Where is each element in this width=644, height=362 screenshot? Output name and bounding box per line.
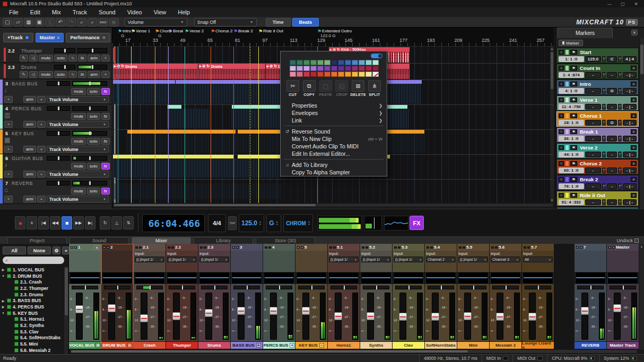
marker-card-ride-it-out[interactable]: ›⚑Ride it Out✕91: 4 :332-▲▼-▲▼- | -	[556, 191, 639, 206]
spinner-icon[interactable]: ▲▼	[602, 120, 606, 126]
mute-button[interactable]: mute	[71, 163, 86, 170]
fx-button[interactable]: fx	[101, 88, 110, 95]
arm-button[interactable]: arm	[23, 96, 36, 103]
channel-strip-lounge-lizard-s-[interactable]: 5.7Input:All▼0 -6 -12 -∞ --9 --18 --27 -…	[522, 244, 554, 349]
marker-color-chip[interactable]	[565, 98, 569, 102]
pan-slider[interactable]	[47, 181, 70, 186]
track-header-guitar-bus[interactable]: 6GUITAR BUS♪mutesolofx+arm•Track Volume▼	[0, 154, 112, 179]
pan-handle[interactable]	[473, 286, 474, 289]
marker-signature[interactable]: - | -	[623, 136, 637, 142]
delete-marker-button[interactable]: ✕	[631, 161, 637, 166]
pan-slider[interactable]	[607, 284, 639, 291]
spinner-icon[interactable]: ▲▼	[618, 56, 622, 62]
tree-scrollbar[interactable]	[64, 267, 68, 354]
solo-button[interactable]: solo	[54, 55, 67, 61]
color-swatch[interactable]	[310, 66, 317, 71]
pan-handle[interactable]	[279, 286, 280, 289]
performance-panel-button[interactable]: Performance	[66, 33, 110, 42]
expand-icon[interactable]: ›	[559, 113, 564, 118]
mute-button[interactable]: mute	[39, 71, 54, 78]
tree-item-3-bass-bus[interactable]: ▶3. BASS BUS	[0, 297, 64, 304]
midi-out-status[interactable]: MIDI Out	[512, 355, 547, 362]
marker-color-chip[interactable]	[565, 161, 569, 166]
copy-button[interactable]: ⧉COPY	[301, 80, 317, 96]
scroll-up-arrow[interactable]: ▲	[550, 47, 554, 51]
input-dropdown[interactable]: (L)Input 1/▼	[135, 257, 164, 262]
fx-button[interactable]: fx	[101, 113, 110, 120]
audio-clip[interactable]	[232, 109, 283, 128]
gear-icon[interactable]: ⚙	[53, 246, 60, 254]
track-check-icon[interactable]	[14, 342, 19, 346]
channel-strip-messiah-2[interactable]: 5.6Input:Channel 3▼0 -6 -12 -∞ --9 --18 …	[490, 244, 521, 349]
fader-handle[interactable]	[108, 304, 116, 312]
marker-position[interactable]: 1: 4 :874	[559, 72, 584, 78]
marker-signature[interactable]: - | -	[623, 104, 637, 110]
fader-handle[interactable]	[613, 304, 621, 312]
strip-name-label[interactable]: SoftHornStabs	[425, 342, 457, 349]
spinner-icon[interactable]: ▲▼	[618, 136, 622, 142]
marker-color-chip[interactable]	[565, 66, 569, 70]
tree-scroll-thumb[interactable]	[65, 268, 68, 315]
pan-handle[interactable]	[150, 286, 151, 289]
audio-clip[interactable]	[113, 80, 175, 84]
tree-item-5-5-mini[interactable]: 5.5. Mini	[0, 341, 64, 347]
solo-button[interactable]: solo	[87, 188, 100, 195]
track-check-icon[interactable]	[14, 323, 19, 328]
add-subtrack-button[interactable]: +	[4, 121, 13, 128]
color-swatch[interactable]	[359, 60, 365, 65]
marker-key[interactable]: G	[607, 120, 617, 126]
tree-item-5-2-synths[interactable]: 5.2. Synths	[0, 322, 64, 329]
marker-signature[interactable]: - | -	[623, 88, 637, 94]
marker-key[interactable]: -	[607, 199, 617, 205]
color-swatch[interactable]	[365, 60, 372, 65]
volume-slider[interactable]	[77, 65, 107, 69]
marker-key[interactable]: C	[607, 56, 617, 62]
marker-card-break-2[interactable]: ›⚑Break 2✕76: 1 :0-▲▼-▲▼- | -	[556, 175, 639, 190]
fader-handle[interactable]	[496, 313, 504, 321]
pan-handle[interactable]	[117, 286, 118, 289]
new-project-icon[interactable]: ▢	[3, 18, 12, 27]
marker-tempo[interactable]: -	[585, 199, 602, 205]
volume-slider[interactable]	[72, 131, 107, 136]
add-subtrack-button[interactable]: +	[4, 96, 13, 103]
marker-signature[interactable]: - | -	[623, 199, 637, 205]
strip-name-label[interactable]: Mini	[457, 342, 489, 349]
pan-handle[interactable]	[182, 286, 183, 289]
spinner-icon[interactable]: ▲▼	[618, 88, 622, 94]
input-dropdown[interactable]: Channel 2▼	[426, 257, 456, 262]
draw-tool-icon[interactable]: ✎	[20, 55, 28, 61]
marker-tempo[interactable]: -	[585, 136, 602, 142]
pan-slider[interactable]	[69, 284, 101, 291]
menu-item-envelopes[interactable]: Envelopes❯	[281, 109, 387, 117]
menu-item-edit-in-external-editor-[interactable]: Edit In External Editor...	[281, 150, 387, 157]
metronome-button[interactable]: △	[111, 216, 122, 229]
arm-button[interactable]: arm	[88, 55, 100, 61]
channel-strip-reverb[interactable]: 70 -6 -12 -∞ --9 --18 --27 --36 -REVERB	[575, 244, 606, 349]
delete-marker-button[interactable]: ✕	[631, 145, 637, 150]
fader-handle[interactable]	[75, 305, 83, 313]
marker-position[interactable]: 4: 1 :0	[559, 88, 584, 94]
track-header-thumper[interactable]: 2.2Thumper✎◁mutesolo∿fxarm˅	[0, 47, 112, 63]
expand-bus-button[interactable]: −	[319, 343, 324, 348]
marker-position[interactable]: 76: 1 :0	[559, 183, 584, 189]
timeline-marker-verse-1[interactable]: ⚑Verse 1	[131, 29, 150, 34]
pan-handle[interactable]	[506, 286, 507, 289]
pan-slider[interactable]	[47, 81, 70, 86]
tree-item-4-percs-bus[interactable]: ▶4. PERCS BUS	[0, 304, 64, 310]
marker-key[interactable]: -	[607, 167, 617, 173]
pan-handle[interactable]	[311, 286, 312, 289]
track-check-icon[interactable]	[7, 274, 11, 278]
spinner-icon[interactable]: ▲▼	[602, 199, 606, 205]
fader-handle[interactable]	[172, 312, 180, 320]
marker-key[interactable]: G	[607, 88, 617, 94]
master-track-button[interactable]: Master≡	[36, 33, 64, 42]
track-header-key-bus[interactable]: 5KEY BUS▦mutesolofx+arm•Track Volume▼	[0, 129, 112, 154]
pan-handle[interactable]	[376, 286, 377, 289]
time-mode-button[interactable]: Time	[266, 18, 291, 27]
go-to-end-button[interactable]: ▶|	[85, 216, 95, 229]
strip-name-label[interactable]: Master Track	[607, 342, 639, 349]
color-swatch[interactable]	[317, 72, 324, 77]
audio-clip[interactable]	[387, 134, 424, 153]
menu-item-convert-audio-clip-to-midi[interactable]: Convert Audio Clip To MIDI	[281, 143, 387, 150]
expand-icon[interactable]: ›	[559, 161, 564, 166]
